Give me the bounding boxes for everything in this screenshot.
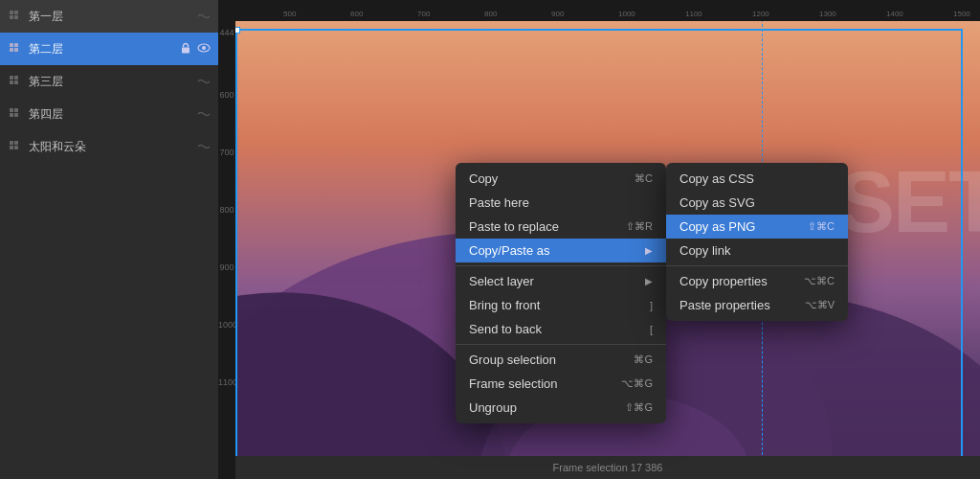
- menu-item-shortcut: ⌥⌘G: [621, 377, 653, 390]
- menu-item-bring-to-front[interactable]: Bring to front]: [456, 293, 666, 317]
- svg-point-10: [202, 46, 206, 50]
- submenu-arrow-icon: ▶: [645, 276, 653, 286]
- svg-rect-18: [14, 113, 18, 117]
- submenu-item-shortcut: ⇧⌘C: [808, 220, 835, 233]
- svg-rect-5: [14, 43, 18, 47]
- menu-item-label: Copy: [469, 171, 615, 186]
- layer-item-layer3[interactable]: 第三层: [0, 65, 218, 98]
- svg-rect-6: [10, 48, 13, 52]
- menu-item-paste-here[interactable]: Paste here: [456, 191, 666, 215]
- layer-grid-icon: [8, 9, 23, 24]
- visibility-icon: [197, 141, 211, 152]
- layer-name-label: 第四层: [29, 106, 197, 123]
- submenu-item-paste-properties[interactable]: Paste properties⌥⌘V: [666, 293, 848, 317]
- menu-item-shortcut: ⇧⌘R: [626, 220, 653, 233]
- svg-rect-7: [14, 48, 18, 52]
- svg-rect-22: [14, 146, 18, 149]
- ruler-mark-444: 444: [218, 29, 235, 37]
- submenu-item-label: Copy as CSS: [679, 171, 835, 186]
- menu-item-ungroup[interactable]: Ungroup⇧⌘G: [456, 396, 666, 420]
- layer-name-label: 第二层: [29, 41, 180, 57]
- svg-rect-15: [10, 108, 13, 112]
- menu-item-send-to-back[interactable]: Send to back[: [456, 317, 666, 341]
- menu-item-group-selection[interactable]: Group selection⌘G: [456, 348, 666, 372]
- layer-item-layer5[interactable]: 太阳和云朵: [0, 130, 218, 163]
- layer-name-label: 第一层: [29, 9, 197, 25]
- context-menu: Copy⌘CPaste herePaste to replace⇧⌘RCopy/…: [456, 163, 666, 423]
- svg-rect-20: [14, 141, 18, 145]
- menu-item-label: Bring to front: [469, 298, 631, 312]
- menu-item-label: Send to back: [469, 322, 631, 336]
- menu-separator: [456, 265, 666, 266]
- selection-handle-tl[interactable]: [235, 27, 240, 34]
- visibility-icon: [197, 11, 211, 22]
- menu-item-shortcut: ⇧⌘G: [625, 401, 653, 414]
- submenu-item-label: Paste properties: [679, 298, 786, 312]
- svg-rect-14: [14, 80, 18, 84]
- submenu-item-copy-css[interactable]: Copy as CSS: [666, 167, 848, 191]
- frame-selection-info: Frame selection 17 386: [553, 462, 663, 473]
- menu-item-select-layer[interactable]: Select layer▶: [456, 269, 666, 293]
- menu-item-copy-paste-as[interactable]: Copy/Paste as▶: [456, 239, 666, 262]
- menu-item-label: Select layer: [469, 274, 637, 288]
- svg-rect-1: [14, 11, 18, 14]
- layer-grid-icon: [8, 106, 23, 122]
- layer-list: 第一层第二层第三层第四层太阳和云朵: [0, 0, 218, 163]
- submenu-separator: [666, 265, 848, 266]
- svg-rect-21: [10, 146, 13, 149]
- menu-item-label: Paste to replace: [469, 219, 607, 234]
- layer-actions: [197, 108, 211, 120]
- ruler-horizontal: 500 600 700 800 900 1000 1100 1200 1300 …: [235, 0, 980, 21]
- ruler-mark-600: 600: [218, 91, 235, 100]
- submenu-item-shortcut: ⌥⌘C: [804, 275, 835, 287]
- layer-grid-icon: [8, 74, 23, 89]
- svg-rect-2: [10, 15, 13, 19]
- submenu-item-copy-link[interactable]: Copy link: [666, 239, 848, 262]
- menu-item-label: Paste here: [469, 195, 653, 210]
- submenu-item-label: Copy link: [679, 243, 835, 258]
- menu-item-label: Frame selection: [469, 376, 602, 391]
- menu-item-frame-selection[interactable]: Frame selection⌥⌘G: [456, 372, 666, 396]
- menu-item-label: Copy/Paste as: [469, 243, 637, 258]
- submenu-item-copy-svg[interactable]: Copy as SVG: [666, 191, 848, 215]
- menu-item-shortcut: ⌘G: [634, 354, 653, 366]
- submenu-item-label: Copy as SVG: [679, 195, 835, 210]
- menu-item-copy[interactable]: Copy⌘C: [456, 167, 666, 191]
- canvas-area: 500 600 700 800 900 1000 1100 1200 1300 …: [235, 0, 980, 479]
- menu-item-shortcut: ⌘C: [635, 172, 653, 185]
- submenu-item-label: Copy as PNG: [679, 219, 789, 234]
- layer-name-label: 太阳和云朵: [29, 139, 197, 155]
- layer-item-layer1[interactable]: 第一层: [0, 0, 218, 33]
- layer-item-layer2[interactable]: 第二层: [0, 33, 218, 65]
- layer-actions: [197, 141, 211, 152]
- layer-item-layer4[interactable]: 第四层: [0, 98, 218, 130]
- submenu-item-shortcut: ⌥⌘V: [805, 299, 835, 311]
- menu-item-label: Group selection: [469, 353, 614, 367]
- submenu-item-copy-properties[interactable]: Copy properties⌥⌘C: [666, 269, 848, 293]
- submenu-arrow-icon: ▶: [645, 245, 653, 256]
- visibility-icon: [197, 108, 211, 120]
- layer-actions: [197, 11, 211, 22]
- layer-name-label: 第三层: [29, 74, 197, 90]
- eye-icon[interactable]: [197, 43, 211, 55]
- ruler-vertical: 444 600 700 800 900 1000 1100: [218, 0, 235, 479]
- svg-rect-0: [10, 11, 13, 14]
- visibility-icon: [197, 76, 211, 87]
- svg-rect-17: [10, 113, 13, 117]
- svg-rect-13: [10, 80, 13, 84]
- submenu-item-copy-png[interactable]: Copy as PNG⇧⌘C: [666, 215, 848, 239]
- layer-actions: [180, 42, 211, 57]
- svg-rect-16: [14, 108, 18, 112]
- submenu-item-label: Copy properties: [679, 274, 785, 288]
- lock-icon[interactable]: [180, 42, 191, 57]
- menu-item-label: Ungroup: [469, 400, 606, 415]
- menu-item-shortcut: ]: [650, 300, 653, 311]
- ruler-mark-700: 700: [218, 148, 235, 157]
- ruler-mark-800: 800: [218, 206, 235, 215]
- ruler-mark-1000: 1000: [218, 321, 235, 330]
- menu-item-paste-replace[interactable]: Paste to replace⇧⌘R: [456, 215, 666, 239]
- svg-rect-8: [182, 47, 189, 53]
- svg-rect-11: [10, 76, 13, 80]
- svg-rect-4: [10, 43, 13, 47]
- status-bar: Frame selection 17 386: [235, 456, 980, 479]
